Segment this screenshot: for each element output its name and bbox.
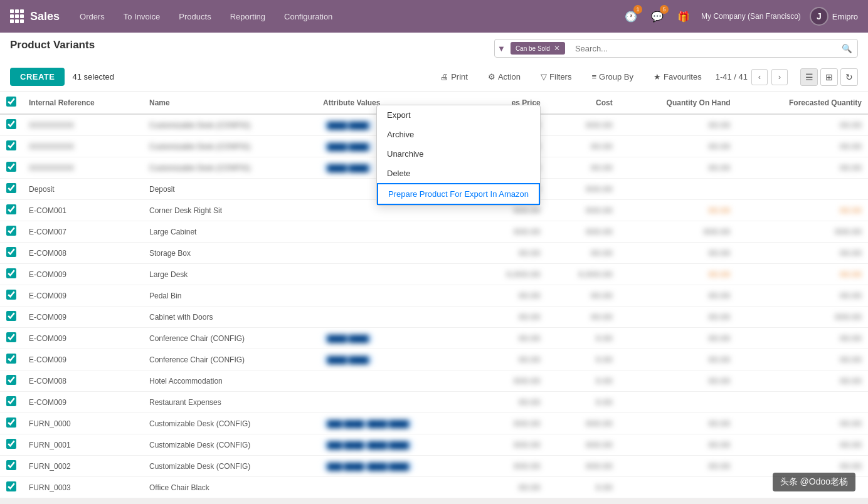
row-checkbox[interactable] [6, 226, 16, 236]
cell-name: Hotel Accommodation [143, 370, 317, 392]
cell-ref: E-COM009 [23, 392, 143, 413]
cell-forecast: XX.XX [737, 243, 868, 264]
refresh-button[interactable]: ↻ [840, 68, 858, 86]
select-all-header[interactable] [0, 92, 23, 114]
row-checkbox-cell[interactable] [0, 434, 23, 456]
row-checkbox[interactable] [6, 481, 16, 491]
app-logo[interactable]: Sales [10, 9, 60, 23]
filter-tag-close-icon[interactable]: ✕ [554, 44, 560, 53]
col-internal-ref[interactable]: Internal Reference [23, 92, 143, 114]
nav-products[interactable]: Products [171, 8, 218, 25]
nav-reporting[interactable]: Reporting [223, 8, 273, 25]
search-button[interactable]: 🔍 [837, 40, 857, 57]
prev-page-button[interactable]: ‹ [751, 69, 768, 85]
favourites-action[interactable]: ★ Favourites [647, 69, 708, 85]
row-checkbox-cell[interactable] [0, 157, 23, 179]
dropdown-item-delete[interactable]: Delete [377, 164, 540, 183]
row-checkbox[interactable] [6, 183, 16, 193]
activity-icon[interactable]: 🕐 1 [622, 8, 640, 25]
table-row[interactable]: FURN_0002Customizable Desk (CONFIG)███ █… [0, 456, 868, 477]
filter-icon: ▽ [541, 72, 547, 81]
table-row[interactable]: E-COM008Hotel AccommodationXXX.XXX.XXXX.… [0, 370, 868, 392]
messages-icon[interactable]: 💬 5 [648, 8, 666, 25]
dropdown-item-export[interactable]: Export [377, 105, 540, 125]
next-page-button[interactable]: › [771, 69, 788, 85]
create-button[interactable]: CREATE [10, 68, 65, 86]
row-checkbox[interactable] [6, 460, 16, 470]
row-checkbox-cell[interactable] [0, 114, 23, 136]
table-row[interactable]: E-COM009Conference Chair (CONFIG)████ ██… [0, 349, 868, 370]
row-checkbox-cell[interactable] [0, 456, 23, 477]
row-checkbox-cell[interactable] [0, 392, 23, 413]
row-checkbox[interactable] [6, 354, 16, 364]
row-checkbox[interactable] [6, 247, 16, 257]
grid-icon[interactable] [10, 9, 24, 23]
table-row[interactable]: FURN_0000Customizable Desk (CONFIG)███ █… [0, 413, 868, 434]
cell-attr [317, 307, 475, 328]
row-checkbox[interactable] [6, 162, 16, 172]
row-checkbox-cell[interactable] [0, 179, 23, 200]
row-checkbox[interactable] [6, 290, 16, 300]
row-checkbox[interactable] [6, 396, 16, 406]
cell-price: X,XXX.XX [475, 264, 547, 285]
grid-view-button[interactable]: ⊞ [820, 68, 838, 86]
group-by-action[interactable]: ≡ Group By [585, 69, 640, 85]
row-checkbox[interactable] [6, 332, 16, 342]
select-all-checkbox[interactable] [6, 97, 16, 107]
cell-ref: E-COM009 [23, 264, 143, 285]
dropdown-item-archive[interactable]: Archive [377, 125, 540, 144]
row-checkbox-cell[interactable] [0, 413, 23, 434]
search-input[interactable] [570, 41, 837, 56]
dropdown-item-unarchive[interactable]: Unarchive [377, 144, 540, 164]
table-row[interactable]: E-COM009Pedal BinXX.XXXX.XXXX.XXXX.XX [0, 285, 868, 307]
table-row[interactable]: E-COM009Restaurant ExpensesXX.XXX.XX [0, 392, 868, 413]
nav-configuration[interactable]: Configuration [277, 8, 340, 25]
table-row[interactable]: FURN_0001Customizable Desk (CONFIG)███ █… [0, 434, 868, 456]
company-name[interactable]: My Company (San Francisco) [701, 12, 801, 21]
nav-to-invoice[interactable]: To Invoice [116, 8, 168, 25]
cell-price: XXX.XX [475, 221, 547, 243]
row-checkbox-cell[interactable] [0, 264, 23, 285]
nav-orders[interactable]: Orders [72, 8, 112, 25]
filters-action[interactable]: ▽ Filters [534, 69, 578, 85]
col-cost[interactable]: Cost [547, 92, 619, 114]
list-view-button[interactable]: ☰ [800, 68, 818, 86]
dropdown-item-amazon-export[interactable]: Prepare Product For Export In Amazon [377, 183, 540, 205]
row-checkbox-cell[interactable] [0, 285, 23, 307]
row-checkbox[interactable] [6, 119, 16, 129]
col-name[interactable]: Name [143, 92, 317, 114]
table-row[interactable]: E-COM009Cabinet with DoorsXX.XXXX.XXXX.X… [0, 307, 868, 328]
filter-tag-can-be-sold[interactable]: Can be Sold ✕ [511, 42, 565, 55]
print-action[interactable]: 🖨 Print [434, 69, 474, 85]
row-checkbox[interactable] [6, 204, 16, 214]
table-row[interactable]: E-COM009Conference Chair (CONFIG)████ ██… [0, 328, 868, 349]
row-checkbox-cell[interactable] [0, 221, 23, 243]
row-checkbox-cell[interactable] [0, 328, 23, 349]
row-checkbox[interactable] [6, 311, 16, 321]
row-checkbox-cell[interactable] [0, 349, 23, 370]
row-checkbox[interactable] [6, 375, 16, 385]
cell-name: Deposit [143, 179, 317, 200]
table-row[interactable]: E-COM008Storage BoxXX.XXXX.XXXX.XXXX.XX [0, 243, 868, 264]
row-checkbox[interactable] [6, 140, 16, 150]
row-checkbox-cell[interactable] [0, 370, 23, 392]
table-row[interactable]: E-COM009Large DeskX,XXX.XXX,XXX.XXXX.XXX… [0, 264, 868, 285]
table-row[interactable]: FURN_0003Office Chair BlackXX.XXX.XX [0, 477, 868, 498]
row-checkbox-cell[interactable] [0, 200, 23, 221]
cell-cost: XX.XX [547, 307, 619, 328]
favourites-label: Favourites [664, 72, 702, 81]
row-checkbox[interactable] [6, 268, 16, 278]
row-checkbox[interactable] [6, 439, 16, 449]
row-checkbox-cell[interactable] [0, 136, 23, 157]
row-checkbox-cell[interactable] [0, 477, 23, 498]
action-dropdown[interactable]: ⚙ Action [482, 69, 527, 85]
table-row[interactable]: E-COM007Large CabinetXXX.XXXXX.XXXXX.XXX… [0, 221, 868, 243]
col-forecast-qty[interactable]: Forecasted Quantity [737, 92, 868, 114]
row-checkbox-cell[interactable] [0, 307, 23, 328]
gift-icon[interactable]: 🎁 [675, 8, 692, 25]
col-qty-on-hand[interactable]: Quantity On Hand [619, 92, 737, 114]
cell-attr: ███ ████×████ ████ [317, 413, 475, 434]
user-menu[interactable]: J Emipro [810, 7, 858, 26]
row-checkbox[interactable] [6, 417, 16, 428]
row-checkbox-cell[interactable] [0, 243, 23, 264]
